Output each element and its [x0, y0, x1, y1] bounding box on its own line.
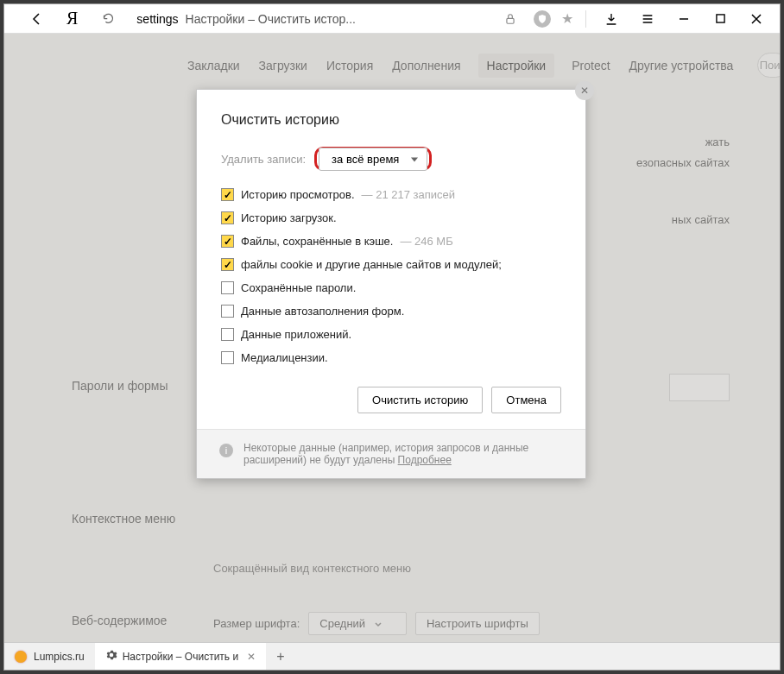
- clear-option-label: Данные приложений.: [241, 328, 351, 341]
- time-range-highlight: за всё время: [314, 147, 432, 171]
- settings-tabs: ЗакладкиЗагрузкиИсторияДополненияНастрой…: [4, 53, 780, 78]
- clear-option-checkbox[interactable]: [221, 188, 234, 201]
- clear-option-checkbox[interactable]: [221, 258, 234, 271]
- new-tab-button[interactable]: +: [266, 649, 294, 665]
- lock-icon[interactable]: [497, 6, 523, 32]
- clear-option-label: Сохранённые пароли.: [241, 281, 356, 294]
- clear-option-row: Данные приложений.: [221, 328, 561, 341]
- dialog-close-button[interactable]: ✕: [575, 81, 594, 100]
- dialog-footer: i Некоторые данные (например, история за…: [197, 429, 585, 478]
- clear-option-row: Медиалицензии.: [221, 351, 561, 364]
- settings-search[interactable]: Поис: [757, 53, 780, 78]
- clear-option-hint: — 21 217 записей: [362, 188, 455, 201]
- clear-option-label: Историю загрузок.: [241, 211, 337, 224]
- window-close[interactable]: [743, 6, 769, 32]
- clear-option-checkbox[interactable]: [221, 235, 234, 248]
- svg-rect-0: [507, 18, 514, 23]
- divider: [585, 10, 586, 28]
- clear-option-label: Историю просмотров.: [241, 188, 355, 201]
- clear-option-checkbox[interactable]: [221, 328, 234, 341]
- clear-option-label: Файлы, сохранённые в кэше.: [241, 235, 393, 248]
- clear-option-row: файлы cookie и другие данные сайтов и мо…: [221, 258, 561, 271]
- customize-fonts-button[interactable]: Настроить шрифты: [415, 612, 540, 635]
- info-icon: i: [219, 444, 233, 457]
- clear-option-checkbox[interactable]: [221, 281, 234, 294]
- reload-button[interactable]: [95, 6, 121, 32]
- taskbar-item-lumpics[interactable]: Lumpics.ru: [4, 643, 95, 670]
- address-page-title: Настройки – Очистить истор...: [186, 12, 356, 26]
- window-maximize[interactable]: [707, 6, 733, 32]
- address-bar[interactable]: settings Настройки – Очистить истор...: [136, 12, 356, 26]
- bg-box: [669, 374, 730, 401]
- settings-tab-protect[interactable]: Protect: [570, 54, 611, 78]
- downloads-icon[interactable]: [598, 6, 624, 32]
- bg-text: ных сайтах: [672, 213, 730, 226]
- section-web-content: Веб-содержимое: [72, 614, 167, 627]
- settings-tab-загрузки[interactable]: Загрузки: [257, 54, 309, 78]
- bookmark-star-icon[interactable]: ★: [561, 10, 573, 27]
- delete-records-label: Удалить записи:: [221, 153, 306, 166]
- clear-option-row: Данные автозаполнения форм.: [221, 305, 561, 318]
- dialog-title: Очистить историю: [221, 112, 561, 128]
- bg-text: езопасных сайтах: [636, 156, 730, 169]
- clear-options-list: Историю просмотров. — 21 217 записейИсто…: [221, 188, 561, 364]
- font-size-label: Размер шрифта:: [213, 617, 300, 630]
- section-passwords: Пароли и формы: [72, 379, 168, 393]
- clear-option-checkbox[interactable]: [221, 305, 234, 318]
- clear-option-row: Историю загрузок.: [221, 211, 561, 224]
- bg-text: жать: [705, 135, 730, 148]
- taskbar-item-settings[interactable]: Настройки – Очистить и ✕: [95, 643, 266, 670]
- settings-tab-другие устройства[interactable]: Другие устройства: [628, 54, 736, 78]
- clear-option-label: Медиалицензии.: [241, 351, 328, 364]
- section-context-menu: Контекстное меню: [72, 512, 175, 526]
- clear-option-hint: — 246 МБ: [400, 235, 452, 248]
- time-range-select[interactable]: за всё время: [319, 148, 427, 171]
- clear-option-row: Историю просмотров. — 21 217 записей: [221, 188, 561, 201]
- font-size-row: Размер шрифта: Средний Настроить шрифты: [213, 612, 540, 635]
- clear-option-row: Сохранённые пароли.: [221, 281, 561, 294]
- back-button[interactable]: [23, 6, 49, 32]
- window-minimize[interactable]: [671, 6, 697, 32]
- settings-tab-дополнения[interactable]: Дополнения: [390, 54, 462, 78]
- footer-more-link[interactable]: Подробнее: [398, 454, 452, 466]
- settings-tab-история[interactable]: История: [325, 54, 375, 78]
- time-range-value: за всё время: [332, 153, 399, 166]
- svg-rect-1: [716, 15, 724, 22]
- os-taskbar: Lumpics.ru Настройки – Очистить и ✕ +: [4, 642, 780, 670]
- cancel-button[interactable]: Отмена: [491, 387, 561, 413]
- clear-option-label: Данные автозаполнения форм.: [241, 305, 404, 318]
- font-size-select[interactable]: Средний: [308, 612, 407, 635]
- footer-text: Некоторые данные (например, история запр…: [243, 442, 528, 466]
- context-sub: Сокращённый вид контекстного меню: [213, 562, 411, 575]
- address-prefix: settings: [136, 12, 178, 26]
- protect-shield-icon[interactable]: [534, 10, 551, 28]
- clear-history-button[interactable]: Очистить историю: [357, 387, 483, 413]
- close-icon[interactable]: ✕: [247, 651, 256, 663]
- clear-option-checkbox[interactable]: [221, 351, 234, 364]
- clear-history-dialog: ✕ Очистить историю Удалить записи: за вс…: [196, 89, 586, 479]
- clear-option-row: Файлы, сохранённые в кэше. — 246 МБ: [221, 235, 561, 248]
- lumpics-favicon: [15, 651, 27, 663]
- clear-option-checkbox[interactable]: [221, 211, 234, 224]
- menu-button[interactable]: [635, 6, 661, 32]
- yandex-logo[interactable]: Я: [61, 9, 83, 28]
- clear-option-label: файлы cookie и другие данные сайтов и мо…: [241, 258, 502, 271]
- gear-icon: [105, 649, 117, 664]
- settings-tab-настройки[interactable]: Настройки: [478, 54, 555, 78]
- settings-tab-закладки[interactable]: Закладки: [186, 54, 242, 78]
- browser-titlebar: Я settings Настройки – Очистить истор...…: [4, 4, 780, 34]
